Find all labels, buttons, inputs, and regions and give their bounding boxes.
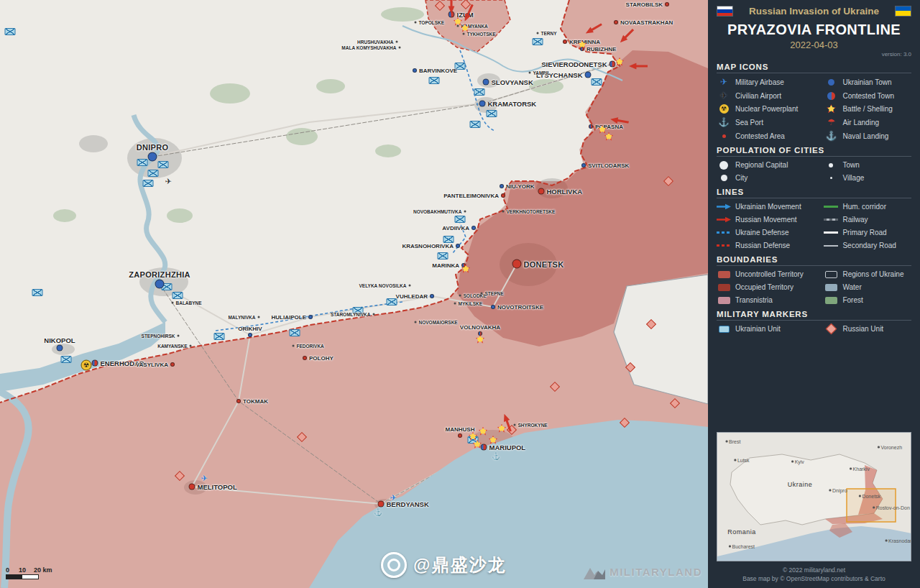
legend-item: Regions of Ukraine [824,270,911,279]
air-landing-icon [824,117,838,127]
izium-pocket [426,0,510,52]
legend-item: Russian Unit [824,324,911,334]
legend-sidebar: Russian Invasion of Ukraine PRYAZOVIA FR… [708,0,920,588]
legend-item-label: Russian Unit [842,325,883,333]
legend-item: Russian Movement [717,215,819,224]
legend-item-label: Hum. corridor [842,203,886,211]
watermark: @鼎盛沙龙 [381,552,506,578]
legend-item: Transnistria [717,295,819,305]
legend-item-label: Village [842,174,864,182]
russia-flag-icon [717,6,733,17]
legend-item-label: Russian Defense [735,242,790,249]
map-title: PRYAZOVIA FRONTLINE [717,22,911,38]
civ-airport-icon [717,91,731,101]
legend-item-label: Nuclear Powerplant [735,105,798,113]
legend-item-label: Transnistria [735,296,773,304]
pop-town-icon [824,163,838,167]
ukraine-flag-icon [895,6,911,17]
legend-item-label: Russian Movement [735,216,797,224]
legend-item: Contested Area [717,131,819,141]
regions-icon [824,271,838,278]
legend-item: Town [824,160,911,170]
legend-item-label: Ukrainian Town [842,78,891,86]
camera-logo-icon [381,552,407,578]
legend-item: Occupied Territory [717,282,819,292]
scale-label: 10 [19,566,26,574]
legend-item-label: Regions of Ukraine [842,270,903,278]
legend-section-boundaries: BOUNDARIES Uncontrolled Territory Region… [717,255,911,305]
nuclear-icon [717,104,731,114]
uncontrolled-icon [717,271,731,278]
scale-bar: 0 10 20 km [6,566,56,579]
legend-item-label: Regional Capital [735,161,788,169]
legend-item: City [717,173,819,183]
proad-icon [824,231,838,234]
ua-town-icon [824,79,838,86]
legend-item-label: Railway [842,216,868,224]
transnistria-icon [717,297,731,304]
overview-inset-map: BrestVoronezhLutskKyivKharkivUkraineDnip… [717,432,911,561]
rail-icon [824,219,838,221]
legend-item: Regional Capital [717,160,819,170]
mountain-logo-icon [584,564,605,579]
legend-item: Primary Road [824,228,911,237]
legend-item-label: Air Landing [842,119,879,127]
map-date: 2022-04-03 [717,40,911,50]
legend-item: Battle / Shelling [824,104,911,114]
legend-item: Ukrainian Movement [717,202,819,211]
legend-item-label: Contested Area [735,132,785,140]
map-base-layers [0,0,708,588]
watermark-text: @鼎盛沙龙 [413,553,506,576]
legend-item-label: Ukrainian Unit [735,325,781,333]
legend-item: Secondary Road [824,241,911,250]
legend-section-title: LINES [717,188,911,198]
naval-landing-icon [824,131,838,141]
legend-item-label: Naval Landing [842,132,888,140]
legend-item: Contested Town [824,91,911,101]
legend-item: Forest [824,295,911,305]
legend-item: Nuclear Powerplant [717,104,819,114]
legend-item-label: Water [842,283,861,291]
legend-item-label: Ukrainian Movement [735,203,801,211]
legend-item-label: Town [842,161,859,169]
legend-section-title: MILITARY MARKERS [717,310,911,321]
pryazovia-frontline-page: ⚓⚓ ✈✈✈ DNIPRO ZAPORIZHZHIA DONETSK NIKO [0,0,920,588]
mil-airbase-icon [717,77,731,87]
copyright-text: © 2022 militaryland.net [717,566,911,575]
legend-item-label: Civilian Airport [735,92,781,100]
legend-section-military-markers: MILITARY MARKERS Ukrainian Unit Russian … [717,310,911,334]
legend-item-label: Ukraine Defense [735,229,788,236]
legend-item: Uncontrolled Territory [717,270,819,279]
legend-item: Ukraine Defense [717,228,819,237]
legend-item-label: Secondary Road [842,242,896,249]
contested-area-icon [717,134,731,138]
occupied-icon [717,284,731,291]
legend-section-title: BOUNDARIES [717,255,911,266]
basemap-credit-text: Base map by © OpenStreetMap contributors… [717,574,911,584]
ukraine-defense-lines [216,50,494,331]
legend-item-label: City [735,174,748,182]
pop-city-icon [717,175,731,181]
legend-item: Hum. corridor [824,202,911,211]
legend-item-label: Uncontrolled Territory [735,270,804,278]
ua-def-icon [717,231,731,234]
ru-move-icon [717,216,731,223]
pop-capital-icon [717,161,731,170]
legend-item: Russian Defense [717,241,819,250]
pop-village-icon [824,177,838,179]
sidebar-footer: © 2022 militaryland.net Base map by © Op… [717,566,911,584]
legend-section-map-icons: MAP ICONS Military Airbase Ukrainian Tow… [717,63,911,141]
war-title: Russian Invasion of Ukraine [739,6,889,17]
ua-unit-icon [717,326,731,333]
legend-item: Sea Port [717,117,819,127]
version-label: version: 3.0 [717,51,911,58]
legend-item-label: Occupied Territory [735,283,794,291]
legend-item-label: Contested Town [842,92,894,100]
legend-item: Ukrainian Unit [717,324,819,334]
map-canvas[interactable]: ⚓⚓ ✈✈✈ DNIPRO ZAPORIZHZHIA DONETSK NIKO [0,0,708,588]
contested-town-icon [824,92,838,100]
legend-item: Railway [824,215,911,224]
legend-section-population: POPULATION OF CITIES Regional Capital To… [717,146,911,183]
legend-item: Water [824,282,911,292]
brand-text: MILITARYLAND [610,566,702,578]
